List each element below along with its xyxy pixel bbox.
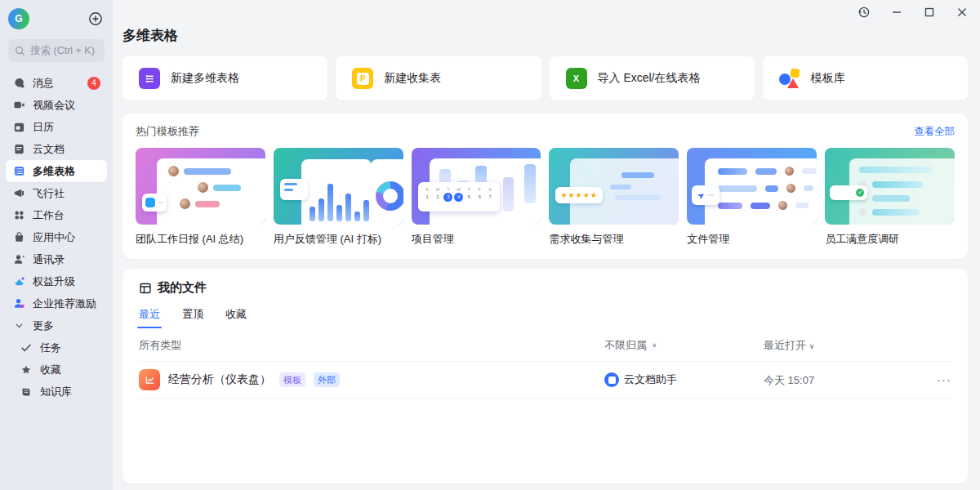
excel-icon: X bbox=[566, 68, 587, 89]
action-label: 导入 Excel/在线表格 bbox=[598, 71, 701, 86]
star-rating: ★★★★★ bbox=[555, 187, 602, 203]
sidebar-item-label: 收藏 bbox=[40, 363, 61, 377]
owner-name: 云文档助手 bbox=[624, 372, 677, 387]
template-card-feedback[interactable]: 用户反馈管理 (AI 打标) bbox=[274, 148, 403, 247]
action-label: 新建多维表格 bbox=[171, 71, 239, 86]
sidebar-item-more[interactable]: 更多 bbox=[6, 314, 107, 336]
sidebar-item-label: 多维表格 bbox=[33, 164, 75, 179]
file-name: 经营分析（仪表盘） bbox=[168, 372, 271, 387]
search-input[interactable]: 搜索 (Ctrl + K) bbox=[8, 39, 105, 62]
new-form-button[interactable]: P 新建收集表 bbox=[336, 56, 541, 100]
templates-title: 热门模板推荐 bbox=[136, 124, 199, 139]
sidebar-item-feishu-community[interactable]: 飞行社 bbox=[6, 182, 107, 204]
sidebar-item-tasks[interactable]: 任务 bbox=[13, 336, 107, 359]
new-form-icon: P bbox=[352, 68, 373, 89]
view-all-link[interactable]: 查看全部 bbox=[914, 125, 955, 139]
cursor-icon: ➤ bbox=[692, 185, 719, 205]
template-card-survey[interactable]: ✓ 员工满意度调研 bbox=[825, 148, 955, 247]
more-actions-icon[interactable]: ··· bbox=[937, 372, 951, 386]
divider bbox=[139, 398, 951, 399]
unread-badge: 4 bbox=[87, 77, 100, 90]
sidebar-item-label: 知识库 bbox=[40, 385, 72, 399]
tab-pinned[interactable]: 置顶 bbox=[182, 307, 203, 328]
sidebar: G 搜索 (Ctrl + K) 消息 4 视频会议 日历 bbox=[0, 0, 113, 490]
app-window: G 搜索 (Ctrl + K) 消息 4 视频会议 日历 bbox=[0, 0, 980, 490]
sidebar-item-referral[interactable]: 企业推荐激励 bbox=[6, 292, 107, 314]
video-icon bbox=[12, 99, 25, 112]
maximize-icon[interactable] bbox=[923, 6, 936, 19]
tab-favorites[interactable]: 收藏 bbox=[225, 307, 247, 328]
sidebar-item-upgrade[interactable]: 权益升级 bbox=[6, 270, 107, 292]
template-library-button[interactable]: 模板库 bbox=[763, 56, 968, 100]
my-files-icon bbox=[139, 282, 152, 295]
template-label: 项目管理 bbox=[412, 232, 541, 247]
minimize-icon[interactable] bbox=[890, 6, 903, 19]
tab-recent[interactable]: 最近 bbox=[139, 307, 160, 328]
sidebar-item-label: 企业推荐激励 bbox=[33, 296, 96, 311]
sidebar-item-messages[interactable]: 消息 4 bbox=[6, 72, 107, 94]
template-card-files[interactable]: ➤ 文件管理 bbox=[687, 148, 817, 247]
sidebar-item-base[interactable]: 多维表格 bbox=[6, 160, 107, 182]
template-label: 团队工作日报 (AI 总结) bbox=[136, 232, 265, 247]
document-icon bbox=[12, 143, 25, 156]
template-label: 用户反馈管理 (AI 打标) bbox=[274, 232, 403, 247]
bell-icon bbox=[142, 194, 167, 212]
chevron-down-icon: ∨ bbox=[809, 342, 815, 350]
sidebar-item-label: 云文档 bbox=[33, 142, 65, 157]
sidebar-item-label: 日历 bbox=[33, 120, 54, 135]
sidebar-item-label: 通讯录 bbox=[33, 252, 65, 267]
quick-actions: 新建多维表格 P 新建收集表 X 导入 Excel/在线表格 模板库 bbox=[122, 56, 968, 100]
sidebar-item-video-meetings[interactable]: 视频会议 bbox=[6, 94, 107, 116]
sidebar-item-docs[interactable]: 云文档 bbox=[6, 138, 107, 160]
template-thumb: SMTWTFS 1234567 bbox=[412, 148, 541, 225]
sidebar-item-calendar[interactable]: 日历 bbox=[6, 116, 107, 138]
sidebar-item-contacts[interactable]: 通讯录 bbox=[6, 248, 107, 270]
file-time: 今天 15:07 bbox=[764, 374, 814, 386]
chat-icon bbox=[12, 77, 25, 90]
person-icon bbox=[12, 253, 25, 266]
workbench-icon bbox=[12, 209, 25, 222]
referral-person-icon bbox=[12, 297, 25, 310]
sidebar-item-label: 任务 bbox=[40, 341, 61, 355]
my-files-title: 我的文件 bbox=[158, 280, 207, 296]
chevron-down-icon: ∨ bbox=[652, 342, 657, 349]
new-base-button[interactable]: 新建多维表格 bbox=[122, 56, 327, 100]
template-thumb: ➤ bbox=[687, 148, 817, 225]
template-card-project[interactable]: SMTWTFS 1234567 项目管理 bbox=[412, 148, 541, 247]
star-icon bbox=[20, 363, 33, 376]
sidebar-item-label: 工作台 bbox=[33, 208, 65, 223]
book-icon bbox=[20, 385, 33, 399]
template-thumb: ✓ bbox=[825, 148, 955, 225]
check-icon: ✓ bbox=[856, 189, 864, 197]
add-icon[interactable] bbox=[88, 11, 103, 26]
sidebar-item-label: 更多 bbox=[33, 318, 54, 333]
template-thumb bbox=[274, 148, 403, 225]
filter-owner[interactable]: 不限归属 ∨ bbox=[604, 338, 764, 353]
template-card-daily-report[interactable]: 团队工作日报 (AI 总结) bbox=[136, 148, 265, 247]
template-badge: 模板 bbox=[279, 372, 305, 387]
search-placeholder: 搜索 (Ctrl + K) bbox=[30, 44, 95, 58]
template-thumb: ★★★★★ bbox=[549, 148, 679, 225]
filter-all-types[interactable]: 所有类型 bbox=[139, 338, 604, 353]
sidebar-item-favorites[interactable]: 收藏 bbox=[13, 359, 107, 381]
filter-sort[interactable]: 最近打开 ∨ bbox=[764, 338, 927, 353]
page-title: 多维表格 bbox=[122, 26, 968, 45]
close-icon[interactable] bbox=[956, 6, 969, 19]
import-excel-button[interactable]: X 导入 Excel/在线表格 bbox=[550, 56, 755, 100]
template-label: 员工满意度调研 bbox=[825, 232, 955, 247]
template-label: 需求收集与管理 bbox=[549, 232, 679, 247]
check-icon bbox=[20, 341, 33, 354]
main-area: 多维表格 新建多维表格 P 新建收集表 X 导入 Excel/ bbox=[113, 0, 980, 490]
owner-avatar bbox=[604, 372, 619, 387]
sidebar-item-wiki[interactable]: 知识库 bbox=[13, 381, 107, 403]
sidebar-item-label: 飞行社 bbox=[33, 186, 65, 201]
sidebar-item-app-center[interactable]: 应用中心 bbox=[6, 226, 107, 248]
user-avatar[interactable]: G bbox=[8, 8, 29, 29]
action-label: 新建收集表 bbox=[384, 71, 441, 86]
file-row-business-analysis[interactable]: 经营分析（仪表盘） 模板 外部 云文档助手 今天 15:07 ··· bbox=[139, 362, 951, 398]
dashboard-file-icon bbox=[139, 369, 160, 390]
file-list-header: 所有类型 不限归属 ∨ 最近打开 ∨ bbox=[139, 338, 951, 353]
sidebar-item-workbench[interactable]: 工作台 bbox=[6, 204, 107, 226]
template-card-requirements[interactable]: ★★★★★ 需求收集与管理 bbox=[549, 148, 679, 247]
history-icon[interactable] bbox=[858, 6, 871, 19]
